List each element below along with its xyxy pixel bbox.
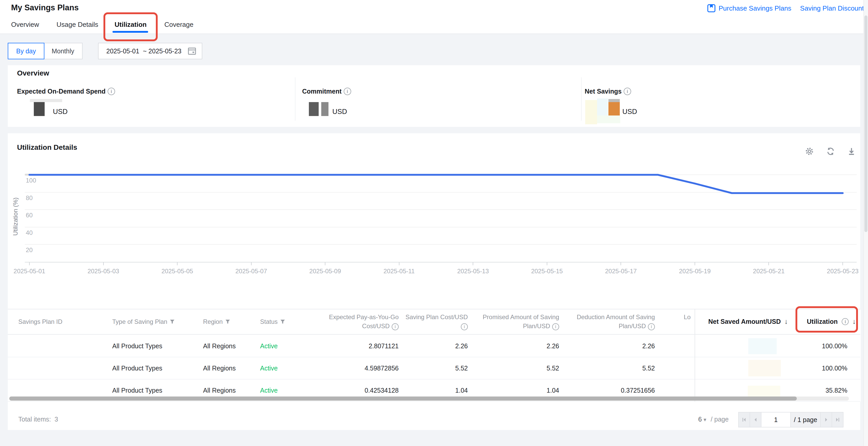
download-icon[interactable] [847,147,856,156]
x-axis-tick-label: 2025-05-23 [814,268,868,275]
settings-gear-icon[interactable] [805,146,814,156]
metric-unit: USD [622,108,637,116]
cell-deduction: 2.26 [578,342,655,350]
cell-utilization: 100.00% [770,365,847,372]
tab-usage-details[interactable]: Usage Details [57,21,98,29]
purchase-icon [707,4,715,12]
refresh-icon[interactable] [826,146,836,156]
col-header-region: Region [203,318,230,325]
y-axis-tick-label: 60 [26,212,33,219]
info-icon[interactable] [552,323,559,330]
row-divider [695,379,860,379]
x-axis-tick-label: 2025-05-09 [297,268,353,275]
page-title: My Savings Plans [11,3,79,12]
cell-region: All Regions [203,387,236,394]
x-axis-tick-label: 2025-05-15 [519,268,576,275]
cell-deduction: 5.52 [578,365,655,372]
y-axis-tick-label: 20 [26,246,33,254]
date-range-picker[interactable]: 2025-05-01 ~ 2025-05-23 [98,43,202,59]
col-header-saving-plan-cost: Saving Plan Cost/USD [401,312,468,331]
tab-overview[interactable]: Overview [11,21,39,29]
gridline [25,244,857,245]
filter-funnel-icon[interactable] [225,320,230,324]
info-icon[interactable] [461,323,468,330]
info-icon[interactable] [344,88,351,95]
savings-plans-page: My Savings Plans Purchase Savings Plans … [0,0,868,446]
cell-region: All Regions [203,365,236,372]
col-header-type: Type of Saving Plan [112,318,175,325]
cell-utilization: 35.82% [770,387,847,394]
y-axis-tick-label: 100 [26,177,36,184]
cell-deduction: 0.37251656 [578,387,655,394]
redacted-net-saved [748,360,781,376]
granularity-by-day-button[interactable]: By day [8,43,44,59]
sort-descending-icon[interactable]: ↓ [852,318,856,325]
metric-label-commitment: Commitment [302,88,351,95]
metric-unit: USD [53,108,68,116]
info-icon[interactable] [392,323,399,330]
saving-plan-discount-link[interactable]: Saving Plan Discount [800,4,864,12]
calendar-icon [187,46,197,56]
cell-sp-cost: 5.52 [391,365,468,372]
line-start-stub [25,174,30,176]
cell-promised: 1.04 [482,387,559,394]
page-total-label: / 1 page [790,412,821,427]
x-axis-tick-label: 2025-05-21 [740,268,797,275]
sort-descending-icon[interactable]: ↓ [784,318,788,325]
cell-status: Active [260,387,278,394]
horizontal-scrollbar-thumb[interactable] [9,397,797,401]
chevron-down-icon: ▾ [704,417,707,422]
metric-label-expected-on-demand-spend: Expected On-Demand Spend [17,88,115,95]
y-axis-title: Utilization (%) [12,178,19,255]
x-axis-tick-label: 2025-05-11 [371,268,428,275]
x-axis-tick-label: 2025-05-01 [1,268,58,275]
filter-funnel-icon[interactable] [170,320,175,324]
metric-unit: USD [332,108,347,116]
cell-promised: 2.26 [482,342,559,350]
first-page-button[interactable] [738,412,750,427]
cell-payg: 4.59872856 [321,365,399,372]
cell-sp-cost: 1.04 [391,387,468,394]
tab-utilization[interactable]: Utilization [115,21,147,29]
info-icon[interactable] [107,88,115,95]
row-divider [695,357,860,357]
gridline [25,192,857,193]
last-page-button[interactable] [832,412,843,427]
gridline [25,175,857,175]
gridline [25,209,857,210]
page-size-select[interactable]: 6 ▾ / page [698,416,728,423]
filter-funnel-icon[interactable] [280,320,285,324]
vertical-scrollbar-thumb[interactable] [864,15,867,232]
redacted-value [585,100,597,124]
cell-type: All Product Types [112,342,162,350]
chart-toolbar [805,146,856,156]
date-range-value: 2025-05-01 ~ 2025-05-23 [106,47,181,55]
col-header-payg-cost: Expected Pay-as-You-Go Cost/USD [313,312,399,331]
info-icon[interactable] [624,88,631,95]
redacted-value [609,102,620,115]
col-header-utilization: Utilization ↓ [807,318,856,325]
info-icon[interactable] [842,318,849,325]
col-header-clipped: Lo [684,313,691,321]
next-page-button[interactable] [820,412,832,427]
y-axis-tick-label: 80 [26,194,33,202]
header-links: Purchase Savings Plans Saving Plan Disco… [707,4,864,12]
cell-utilization: 100.00% [770,342,847,350]
previous-page-button[interactable] [750,412,762,427]
redacted-value [309,102,319,116]
x-axis-line [25,262,857,263]
redacted-net-saved [748,338,777,354]
total-items-label: Total items: 3 [18,416,58,423]
redacted-value [597,115,620,123]
info-icon[interactable] [648,323,655,330]
x-axis-tick-label: 2025-05-03 [75,268,132,275]
col-header-promised-amount: Promised Amount of Saving Plan/USD [474,312,559,331]
cell-status: Active [260,342,278,350]
page-number-input[interactable]: 1 [761,412,791,427]
granularity-monthly-button[interactable]: Monthly [43,43,83,59]
divider [581,77,582,121]
overview-card [8,65,860,127]
redacted-value [34,102,44,116]
purchase-savings-plans-link[interactable]: Purchase Savings Plans [707,4,792,12]
tab-coverage[interactable]: Coverage [164,21,193,29]
